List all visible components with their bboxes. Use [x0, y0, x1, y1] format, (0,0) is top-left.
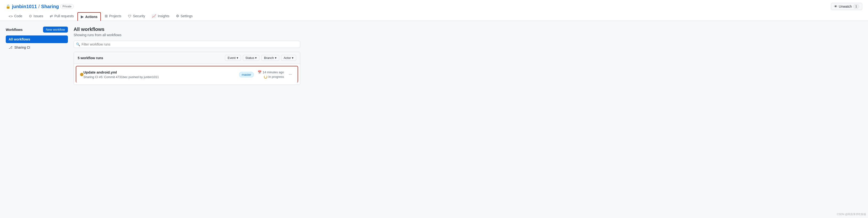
eye-icon: 👁: [834, 4, 837, 8]
all-workflows-label: All workflows: [9, 37, 30, 41]
main-content: Workflows New workflow All workflows ⎇ S…: [0, 21, 306, 90]
run-time-status-row: In progress: [264, 75, 284, 79]
tab-settings-label: Settings: [181, 14, 193, 18]
event-filter-label: Event: [227, 56, 236, 60]
actor-chevron-icon: ▾: [292, 56, 293, 60]
sharing-ci-label: Sharing CI: [14, 46, 30, 49]
branch-chevron-icon: ▾: [275, 56, 277, 60]
repo-header: 🔒 junbin1011 / Sharing Private 👁 Unwatch…: [6, 0, 862, 10]
actor-filter-label: Actor: [284, 56, 291, 60]
tab-code-label: Code: [14, 14, 22, 18]
status-filter[interactable]: Status ▾: [243, 55, 259, 61]
code-icon: <>: [9, 14, 13, 18]
status-filter-label: Status: [246, 56, 254, 60]
runs-filters: Event ▾ Status ▾ Branch ▾ Actor ▾: [225, 55, 296, 61]
projects-icon: ⊞: [105, 14, 108, 18]
calendar-icon: 📅: [258, 71, 261, 74]
tab-settings[interactable]: ⚙ Settings: [173, 12, 195, 21]
sidebar-item-all-workflows[interactable]: All workflows: [6, 35, 68, 43]
unwatch-label: Unwatch: [839, 4, 852, 8]
tab-pull-requests[interactable]: ⇄ Pull requests: [47, 12, 76, 21]
tab-projects[interactable]: ⊞ Projects: [102, 12, 124, 21]
runs-header: 5 workflow runs Event ▾ Status ▾ Branch …: [74, 52, 300, 64]
nav-tabs: <> Code ⊙ Issues ⇄ Pull requests ▶ Actio…: [6, 10, 862, 21]
runs-container: 5 workflow runs Event ▾ Status ▾ Branch …: [74, 52, 300, 85]
sidebar-header: Workflows New workflow: [6, 27, 68, 33]
tab-insights-label: Insights: [158, 14, 169, 18]
unwatch-count: 1: [853, 4, 859, 9]
private-badge: Private: [60, 4, 74, 9]
right-panel: All workflows Showing runs from all work…: [74, 27, 300, 85]
filter-input[interactable]: [74, 41, 300, 48]
tab-code[interactable]: <> Code: [6, 12, 25, 21]
run-time: 📅 14 minutes ago In progress: [258, 71, 284, 79]
run-more-menu[interactable]: ···: [287, 72, 294, 78]
actions-icon: ▶: [81, 15, 84, 19]
sidebar-item-sharing-ci[interactable]: ⎇ Sharing CI: [6, 44, 68, 51]
spinner-icon: [264, 75, 267, 79]
branch-filter-label: Branch: [264, 56, 274, 60]
status-in-progress-icon: [80, 73, 84, 76]
separator: /: [38, 4, 40, 9]
panel-subtitle: Showing runs from all workflows: [74, 33, 300, 37]
sidebar-title: Workflows: [6, 28, 23, 32]
tab-pr-label: Pull requests: [54, 14, 74, 18]
run-info: Update android.yml Sharing CI #5: Commit…: [84, 70, 235, 79]
sidebar: Workflows New workflow All workflows ⎇ S…: [6, 27, 68, 85]
security-icon: 🛡: [128, 14, 131, 18]
new-workflow-button[interactable]: New workflow: [43, 27, 68, 33]
repo-name-link[interactable]: Sharing: [41, 4, 59, 9]
tab-security[interactable]: 🛡 Security: [125, 12, 148, 21]
runs-count: 5 workflow runs: [78, 56, 103, 60]
filter-input-wrap: 🔍: [74, 41, 300, 48]
run-time-ago: 14 minutes ago: [263, 71, 284, 74]
tab-issues-label: Issues: [33, 14, 43, 18]
run-branch-badge[interactable]: master: [239, 72, 254, 77]
tab-security-label: Security: [133, 14, 145, 18]
tab-actions[interactable]: ▶ Actions: [78, 12, 101, 21]
run-row[interactable]: Update android.yml Sharing CI #5: Commit…: [76, 66, 298, 83]
search-icon: 🔍: [76, 43, 80, 46]
event-filter[interactable]: Event ▾: [225, 55, 241, 61]
run-time-ago-row: 📅 14 minutes ago: [258, 71, 284, 74]
tab-insights[interactable]: 📈 Insights: [149, 12, 172, 21]
status-chevron-icon: ▾: [255, 56, 257, 60]
tab-issues[interactable]: ⊙ Issues: [26, 12, 46, 21]
settings-icon: ⚙: [176, 14, 179, 18]
issues-icon: ⊙: [29, 14, 32, 18]
workflow-icon: ⎇: [9, 46, 12, 49]
repo-owner-link[interactable]: junbin1011: [12, 4, 37, 9]
branch-filter[interactable]: Branch ▾: [261, 55, 279, 61]
event-chevron-icon: ▾: [237, 56, 238, 60]
actor-filter[interactable]: Actor ▾: [281, 55, 296, 61]
insights-icon: 📈: [152, 14, 156, 18]
run-meta: Sharing CI #5: Commit 4731bec pushed by …: [84, 75, 235, 79]
lock-icon: 🔒: [6, 4, 10, 9]
tab-actions-label: Actions: [85, 15, 97, 19]
run-time-status: In progress: [269, 75, 284, 79]
panel-title: All workflows: [74, 27, 300, 32]
pr-icon: ⇄: [50, 14, 53, 18]
run-title: Update android.yml: [84, 70, 235, 74]
unwatch-button[interactable]: 👁 Unwatch 1: [831, 3, 862, 10]
repo-title: 🔒 junbin1011 / Sharing Private: [6, 4, 74, 9]
tab-projects-label: Projects: [109, 14, 121, 18]
top-bar: 🔒 junbin1011 / Sharing Private 👁 Unwatch…: [0, 0, 868, 21]
